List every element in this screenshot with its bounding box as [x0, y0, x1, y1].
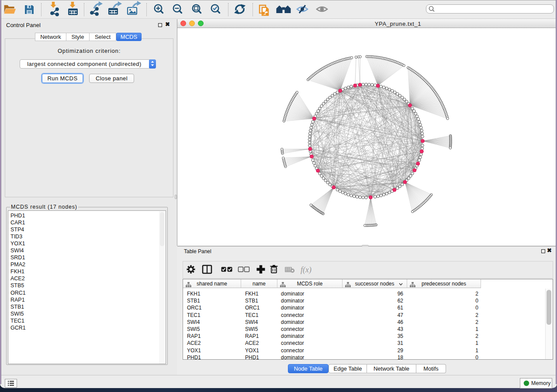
svg-text:f(x): f(x)	[301, 265, 311, 275]
svg-text:Memory: Memory	[531, 380, 551, 386]
